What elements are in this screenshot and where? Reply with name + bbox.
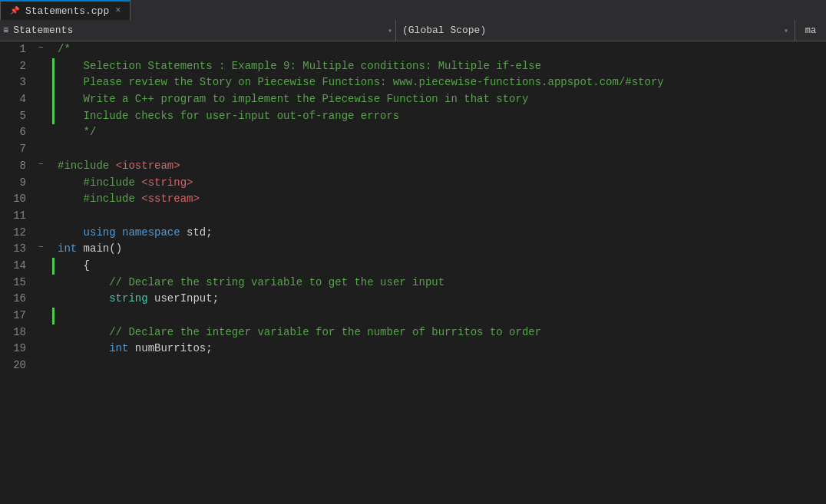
- code-text-9: #include <string>: [58, 175, 193, 192]
- tab-close-icon[interactable]: ×: [115, 5, 121, 16]
- statements-dropdown[interactable]: Statements: [13, 25, 388, 36]
- collapse-icon-12: [38, 225, 49, 238]
- code-text-1: /*: [58, 41, 71, 58]
- collapse-icon-1[interactable]: −: [38, 41, 49, 54]
- bracket-line-5: [52, 108, 55, 125]
- code-text-6: */: [58, 124, 96, 141]
- line-number-6: 6: [6, 124, 29, 141]
- line-number-19: 19: [6, 341, 29, 357]
- line-number-9: 9: [6, 175, 29, 192]
- collapse-icon-2: [38, 58, 49, 71]
- dropdown-arrow-icon: ▾: [388, 26, 392, 35]
- code-text-19: int numBurritos;: [58, 341, 213, 357]
- collapse-icon-19: [38, 341, 49, 354]
- code-line-16: string userInput;: [38, 291, 826, 308]
- line-number-11: 11: [6, 208, 29, 225]
- collapse-icon-4: [38, 91, 49, 104]
- tab-filename: Statements.cpp: [25, 5, 109, 17]
- code-text-13: int main(): [58, 241, 122, 258]
- code-text-16: string userInput;: [58, 291, 219, 308]
- line-number-1: 1: [6, 41, 29, 58]
- line-number-2: 2: [6, 58, 29, 75]
- line-number-20: 20: [6, 357, 29, 374]
- code-container: 1234567891011121314151617181920 −/* Sele…: [0, 41, 826, 487]
- line-number-8: 8: [6, 158, 29, 175]
- code-line-13: −int main(): [38, 241, 826, 258]
- collapse-icon-3: [38, 74, 49, 87]
- line-number-3: 3: [6, 74, 29, 91]
- code-line-11: [38, 208, 826, 225]
- code-text-18: // Declare the integer variable for the …: [58, 324, 541, 341]
- code-line-14: {: [38, 258, 826, 275]
- code-line-15: // Declare the string variable to get th…: [38, 275, 826, 292]
- collapse-icon-18: [38, 324, 49, 338]
- code-text-14: {: [58, 258, 90, 275]
- code-text-15: // Declare the string variable to get th…: [58, 275, 444, 292]
- line-numbers: 1234567891011121314151617181920: [0, 41, 38, 487]
- code-line-6: */: [38, 124, 826, 141]
- collapse-icon-17: [38, 308, 49, 321]
- line-number-10: 10: [6, 191, 29, 208]
- code-line-10: #include <sstream>: [38, 191, 826, 208]
- code-line-3: Please review the Story on Piecewise Fun…: [38, 74, 826, 91]
- line-number-7: 7: [6, 141, 29, 158]
- line-number-5: 5: [6, 108, 29, 125]
- code-editor[interactable]: −/* Selection Statements : Example 9: Mu…: [38, 41, 826, 487]
- line-number-16: 16: [6, 291, 29, 308]
- code-text-2: Selection Statements : Example 9: Multip…: [58, 58, 541, 75]
- code-text-5: Include checks for user-input out-of-ran…: [58, 108, 399, 125]
- bracket-line-4: [52, 91, 55, 108]
- toolbar-left[interactable]: ≡ Statements ▾: [0, 20, 396, 41]
- code-line-4: Write a C++ program to implement the Pie…: [38, 91, 826, 108]
- line-number-13: 13: [6, 241, 29, 258]
- tab-bar: 📌 Statements.cpp ×: [0, 0, 826, 20]
- collapse-icon-15: [38, 275, 49, 288]
- line-number-4: 4: [6, 91, 29, 108]
- code-line-18: // Declare the integer variable for the …: [38, 324, 826, 341]
- collapse-icon-9: [38, 175, 49, 188]
- code-line-5: Include checks for user-input out-of-ran…: [38, 108, 826, 125]
- collapse-icon-10: [38, 191, 49, 204]
- code-line-9: #include <string>: [38, 175, 826, 192]
- line-number-17: 17: [6, 308, 29, 324]
- collapse-icon-6: [38, 124, 49, 137]
- code-text-3: Please review the Story on Piecewise Fun…: [58, 74, 664, 91]
- collapse-icon-8[interactable]: −: [38, 158, 49, 171]
- scope-label: (Global Scope): [402, 25, 784, 36]
- code-text-8: #include <iostream>: [58, 158, 180, 175]
- code-line-17: [38, 308, 826, 324]
- line-number-12: 12: [6, 225, 29, 242]
- code-line-8: −#include <iostream>: [38, 158, 826, 175]
- extra-icon: ma: [805, 25, 816, 36]
- collapse-icon-20: [38, 357, 49, 371]
- code-line-12: using namespace std;: [38, 225, 826, 242]
- collapse-icon-14: [38, 258, 49, 271]
- code-text-4: Write a C++ program to implement the Pie…: [58, 91, 528, 108]
- statements-icon: ≡: [3, 25, 8, 36]
- line-number-15: 15: [6, 275, 29, 292]
- line-number-14: 14: [6, 258, 29, 275]
- code-line-2: Selection Statements : Example 9: Multip…: [38, 58, 826, 75]
- code-line-19: int numBurritos;: [38, 341, 826, 357]
- code-line-20: [38, 357, 826, 374]
- toolbar: ≡ Statements ▾ (Global Scope) ▾ ma: [0, 20, 826, 41]
- bracket-line-2: [52, 58, 55, 75]
- collapse-icon-13[interactable]: −: [38, 241, 49, 254]
- collapse-icon-7: [38, 141, 49, 154]
- tab-statements-cpp[interactable]: 📌 Statements.cpp ×: [0, 0, 131, 20]
- collapse-icon-5: [38, 108, 49, 121]
- bracket-line-3: [52, 74, 55, 91]
- toolbar-extra: ma: [795, 20, 826, 41]
- bracket-line-14: [52, 258, 55, 275]
- code-line-7: [38, 141, 826, 158]
- code-text-12: using namespace std;: [58, 225, 213, 242]
- code-line-1: −/*: [38, 41, 826, 58]
- code-text-10: #include <sstream>: [58, 191, 200, 208]
- line-number-18: 18: [6, 324, 29, 341]
- tab-pin-icon: 📌: [10, 6, 19, 15]
- collapse-icon-16: [38, 291, 49, 304]
- scope-dropdown-arrow-icon: ▾: [784, 26, 788, 35]
- collapse-icon-11: [38, 208, 49, 221]
- toolbar-right[interactable]: (Global Scope) ▾: [396, 20, 795, 41]
- bracket-line-17: [52, 308, 55, 324]
